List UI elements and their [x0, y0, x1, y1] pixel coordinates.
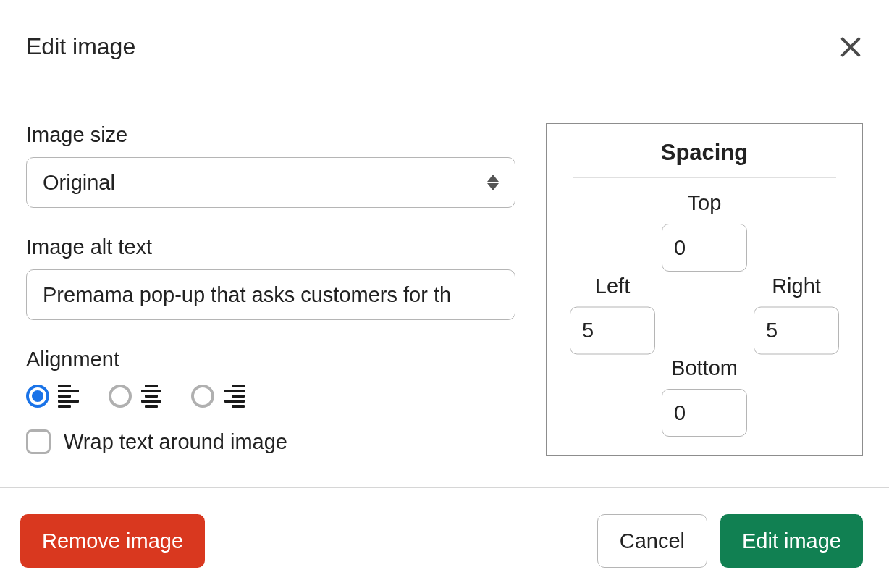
spacing-top-label: Top	[688, 191, 722, 215]
checkbox-unchecked-icon	[26, 429, 51, 454]
spacing-bottom-cell: Bottom	[662, 356, 747, 437]
close-button[interactable]	[838, 35, 863, 59]
image-size-group: Image size Original	[26, 123, 515, 208]
alignment-group: Alignment	[26, 348, 515, 454]
spacing-grid: Top Left Right Bottom	[565, 191, 843, 437]
alt-text-label: Image alt text	[26, 235, 515, 259]
remove-image-button[interactable]: Remove image	[20, 514, 205, 568]
spacing-left-cell: Left	[570, 274, 655, 354]
image-size-select[interactable]: Original	[26, 157, 515, 208]
dialog-header: Edit image	[0, 0, 889, 88]
spacing-right-cell: Right	[754, 274, 839, 354]
spacing-right-label: Right	[772, 274, 821, 298]
spacing-bottom-label: Bottom	[671, 356, 738, 380]
svg-marker-1	[487, 183, 499, 190]
radio-checked-icon	[26, 385, 49, 408]
align-center-icon	[140, 385, 162, 408]
radio-unchecked-icon	[109, 385, 132, 408]
wrap-text-option[interactable]: Wrap text around image	[26, 429, 515, 454]
align-right-option[interactable]	[191, 385, 245, 408]
spacing-left-label: Left	[595, 274, 630, 298]
image-size-value: Original	[43, 171, 115, 195]
close-icon	[838, 35, 863, 59]
spacing-top-input[interactable]	[662, 224, 747, 272]
alt-text-group: Image alt text	[26, 235, 515, 320]
spacing-title: Spacing	[573, 140, 836, 178]
spacing-top-cell: Top	[662, 191, 747, 272]
alt-text-input[interactable]	[26, 269, 515, 320]
align-right-icon	[223, 385, 245, 408]
svg-marker-0	[487, 175, 499, 182]
image-size-label: Image size	[26, 123, 515, 147]
select-chevrons-icon	[487, 175, 499, 190]
align-left-option[interactable]	[26, 385, 80, 408]
alignment-options	[26, 385, 515, 408]
spacing-bottom-input[interactable]	[662, 389, 747, 437]
edit-image-dialog: Edit image Image size Original	[0, 0, 889, 588]
dialog-title: Edit image	[26, 33, 135, 60]
dialog-body: Image size Original Image alt text Align…	[0, 88, 889, 458]
form-left-column: Image size Original Image alt text Align…	[26, 123, 515, 458]
align-center-option[interactable]	[109, 385, 162, 408]
align-left-icon	[58, 385, 80, 408]
radio-unchecked-icon	[191, 385, 214, 408]
spacing-left-input[interactable]	[570, 306, 655, 354]
spacing-panel: Spacing Top Left Right Bottom	[546, 123, 863, 456]
spacing-right-input[interactable]	[754, 306, 839, 354]
dialog-footer: Remove image Cancel Edit image	[0, 487, 889, 588]
cancel-button[interactable]: Cancel	[597, 514, 707, 568]
alignment-label: Alignment	[26, 348, 515, 371]
wrap-text-label: Wrap text around image	[64, 430, 287, 454]
edit-image-button[interactable]: Edit image	[720, 514, 863, 568]
